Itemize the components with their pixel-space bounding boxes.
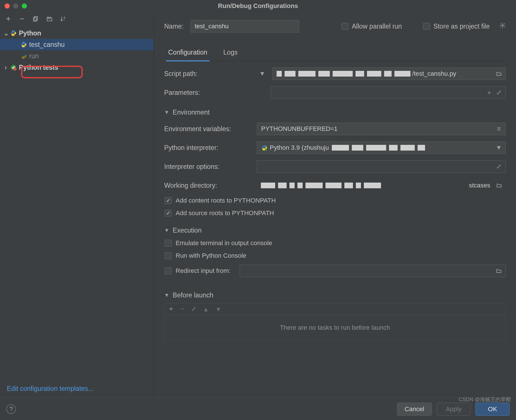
redacted-interpreter xyxy=(332,142,425,154)
working-dir-input[interactable]: stcases xyxy=(257,179,506,192)
expand-icon[interactable]: ⤢ xyxy=(495,87,503,99)
watermark-text: CSDN @海贼王的草帽 xyxy=(459,396,511,403)
python-icon xyxy=(21,41,27,48)
sort-config-button[interactable] xyxy=(59,15,67,23)
main-panel: Name: Allow parallel run Store as projec… xyxy=(154,12,516,398)
python-icon xyxy=(261,145,267,151)
svg-rect-1 xyxy=(33,17,37,21)
tree-item-test-canshu[interactable]: test_canshu xyxy=(0,39,154,50)
config-tree: ⌄ Python test_canshu run › Python tests xyxy=(0,26,154,380)
help-button[interactable]: ? xyxy=(6,404,16,414)
bottom-bar: ? Cancel Apply OK xyxy=(0,398,516,420)
parameters-input[interactable]: ＋ ⤢ xyxy=(271,86,506,99)
tree-item-label: test_canshu xyxy=(29,41,65,49)
apply-button[interactable]: Apply xyxy=(436,403,471,416)
chevron-down-icon: ▼ xyxy=(495,142,503,154)
redirect-input-label: Redirect input from: xyxy=(176,267,231,275)
script-path-value: /test_canshu.py xyxy=(412,70,456,77)
window-title: Run/Debug Configurations xyxy=(0,2,516,10)
allow-parallel-label: Allow parallel run xyxy=(352,23,402,30)
move-down-button[interactable]: ▼ xyxy=(215,306,222,313)
save-config-button[interactable] xyxy=(46,15,53,23)
store-as-project-label: Store as project file xyxy=(433,23,490,30)
python-icon xyxy=(21,53,27,59)
svg-point-5 xyxy=(24,46,25,47)
copy-config-button[interactable] xyxy=(32,15,39,23)
list-icon[interactable] xyxy=(495,123,503,135)
before-launch-panel: ▲ ▼ There are no tasks to run before lau… xyxy=(164,303,506,340)
tabs: Configuration Logs xyxy=(164,46,506,61)
chevron-right-icon: › xyxy=(3,64,8,71)
svg-point-2 xyxy=(12,31,13,31)
svg-point-4 xyxy=(23,42,23,43)
edit-task-button[interactable] xyxy=(191,306,197,313)
script-path-label: Script path: xyxy=(164,70,250,78)
ok-button[interactable]: OK xyxy=(475,403,510,416)
section-before-launch[interactable]: ▼ Before launch xyxy=(164,291,506,299)
sidebar: ⌄ Python test_canshu run › Python tests … xyxy=(0,12,154,398)
tab-logs[interactable]: Logs xyxy=(221,46,240,61)
cancel-button[interactable]: Cancel xyxy=(397,403,432,416)
gear-icon[interactable] xyxy=(499,22,506,30)
redirect-input-path[interactable] xyxy=(240,265,506,277)
emulate-terminal-label: Emulate terminal in output console xyxy=(176,239,272,247)
interpreter-select[interactable]: Python 3.9 (zhushuju ▼ xyxy=(257,141,506,154)
env-vars-label: Environment variables: xyxy=(164,125,250,133)
tree-group-label: Python xyxy=(19,29,41,37)
chevron-down-icon: ⌄ xyxy=(3,29,8,37)
run-with-console-label: Run with Python Console xyxy=(176,252,246,259)
expand-icon[interactable]: ⤢ xyxy=(495,161,503,173)
redacted-path xyxy=(277,68,410,80)
sidebar-toolbar xyxy=(0,12,154,26)
working-dir-value: stcases xyxy=(469,182,490,189)
folder-icon[interactable] xyxy=(495,68,503,80)
add-content-roots-checkbox[interactable] xyxy=(165,197,172,204)
chevron-down-icon: ▼ xyxy=(164,227,169,233)
section-execution[interactable]: ▼ Execution xyxy=(164,227,506,234)
env-vars-input[interactable]: PYTHONUNBUFFERED=1 xyxy=(257,123,506,135)
python-tests-icon xyxy=(10,64,17,71)
tree-group-python[interactable]: ⌄ Python xyxy=(0,27,154,39)
tree-group-python-tests[interactable]: › Python tests xyxy=(0,62,154,73)
remove-task-button[interactable] xyxy=(180,306,185,313)
tab-configuration[interactable]: Configuration xyxy=(166,46,210,61)
script-path-input[interactable]: /test_canshu.py xyxy=(272,67,506,80)
python-icon xyxy=(10,30,17,36)
section-environment[interactable]: ▼ Environment xyxy=(164,109,506,116)
section-environment-label: Environment xyxy=(173,109,210,116)
script-path-dropdown[interactable]: ▼ xyxy=(259,70,265,77)
redirect-input-checkbox[interactable] xyxy=(165,267,172,274)
plus-icon[interactable]: ＋ xyxy=(485,87,493,99)
section-before-launch-label: Before launch xyxy=(173,291,213,299)
add-source-roots-checkbox[interactable] xyxy=(165,210,172,217)
svg-point-8 xyxy=(502,25,503,26)
chevron-down-icon: ▼ xyxy=(164,109,169,115)
svg-point-3 xyxy=(14,35,15,35)
edit-templates-link[interactable]: Edit configuration templates... xyxy=(7,385,94,392)
allow-parallel-checkbox[interactable] xyxy=(342,23,348,30)
remove-config-button[interactable] xyxy=(18,15,26,23)
add-task-button[interactable] xyxy=(168,306,174,313)
parameters-label: Parameters: xyxy=(164,89,250,97)
redacted-workingdir xyxy=(261,179,381,192)
add-config-button[interactable] xyxy=(5,15,12,23)
name-label: Name: xyxy=(164,23,184,30)
run-with-console-checkbox[interactable] xyxy=(165,252,172,259)
store-as-project-checkbox[interactable] xyxy=(423,23,430,30)
env-vars-value: PYTHONUNBUFFERED=1 xyxy=(261,125,338,133)
move-up-button[interactable]: ▲ xyxy=(203,306,209,313)
add-source-roots-label: Add source roots to PYTHONPATH xyxy=(176,209,274,217)
emulate-terminal-checkbox[interactable] xyxy=(165,240,172,247)
folder-icon[interactable] xyxy=(495,179,503,192)
tree-item-run[interactable]: run xyxy=(0,50,154,62)
section-execution-label: Execution xyxy=(173,227,202,234)
folder-icon[interactable] xyxy=(495,265,503,277)
svg-rect-0 xyxy=(34,17,37,20)
working-dir-label: Working directory: xyxy=(164,182,250,189)
interpreter-options-input[interactable]: ⤢ xyxy=(257,160,506,173)
interpreter-options-label: Interpreter options: xyxy=(164,163,250,171)
name-input[interactable] xyxy=(190,20,299,33)
svg-point-9 xyxy=(265,149,267,151)
tree-group-label: Python tests xyxy=(19,64,58,71)
before-launch-empty-text: There are no tasks to run before launch xyxy=(164,315,505,340)
